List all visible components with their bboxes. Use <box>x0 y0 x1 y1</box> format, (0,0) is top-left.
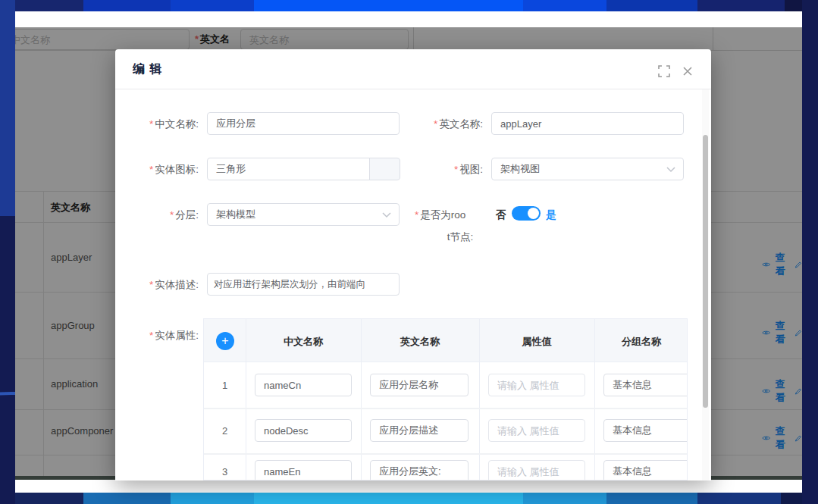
attr-header-cn-name: 中文名称 <box>246 335 361 349</box>
attr-en-name-input[interactable] <box>370 460 469 481</box>
bottom-band-segment <box>171 493 254 504</box>
toggle-on-label: 是 <box>546 208 556 222</box>
is-root-label-line2: t节点: <box>434 230 487 244</box>
close-icon[interactable] <box>682 65 694 77</box>
attr-cn-name-input[interactable] <box>255 374 352 396</box>
bottom-band-segment <box>606 493 697 504</box>
is-root-toggle[interactable] <box>512 206 541 221</box>
entity-desc-input[interactable] <box>207 273 400 296</box>
entity-icon-label: *实体图标: <box>115 163 199 177</box>
modal-scrollbar-track <box>702 89 709 481</box>
top-band-segment <box>606 0 697 11</box>
layer-label: *分层: <box>115 208 199 222</box>
view-label: *视图: <box>400 163 483 177</box>
attr-col-line <box>479 319 480 481</box>
left-band <box>0 0 15 504</box>
attr-col-line <box>594 319 595 481</box>
bottom-band-segment <box>254 493 523 504</box>
bottom-band-segment <box>83 493 171 504</box>
add-attr-button[interactable]: + <box>216 332 234 350</box>
attr-header-value: 属性值 <box>479 335 594 349</box>
attr-col-line <box>246 319 246 481</box>
top-band-segment <box>697 0 785 11</box>
cn-name-label: *中文名称: <box>115 117 199 131</box>
attr-group-input[interactable] <box>603 460 688 481</box>
fullscreen-icon[interactable] <box>658 65 670 77</box>
top-band-segment <box>83 0 171 11</box>
attr-value-input[interactable] <box>488 419 585 442</box>
cn-name-input[interactable] <box>207 112 400 135</box>
entity-icon-picker[interactable] <box>369 158 400 180</box>
attr-row-separator <box>204 408 688 409</box>
desktop-frame: *英文名 英文名称 appLayer appGroup application … <box>0 0 818 504</box>
bottom-band-segment <box>697 493 781 504</box>
attr-value-input[interactable] <box>488 374 585 396</box>
decor-arc <box>0 392 15 504</box>
attr-row-separator <box>204 453 688 455</box>
is-root-label: *是否为roo <box>415 208 487 222</box>
left-band-top <box>0 0 15 216</box>
chevron-down-icon <box>382 212 391 218</box>
en-name-input[interactable] <box>491 112 684 135</box>
attr-group-input[interactable] <box>603 419 688 442</box>
dialog-title: 编 辑 <box>133 61 162 77</box>
attr-en-name-input[interactable] <box>370 374 469 396</box>
view-select[interactable]: 架构视图 <box>491 158 684 180</box>
toggle-knob <box>528 208 539 219</box>
attr-cn-name-input[interactable] <box>255 460 352 481</box>
top-band-segment <box>523 0 606 11</box>
layer-select-value: 架构模型 <box>216 208 255 220</box>
attr-value-input[interactable] <box>488 460 585 481</box>
attr-en-name-input[interactable] <box>370 419 469 442</box>
toggle-off-label: 否 <box>496 208 506 222</box>
attr-col-line <box>361 319 362 481</box>
attr-header-en-name: 英文名称 <box>361 335 479 349</box>
bottom-band-segment <box>523 493 606 504</box>
layer-select[interactable]: 架构模型 <box>207 203 400 226</box>
modal-scrollbar-thumb[interactable] <box>703 135 708 408</box>
attr-group-input[interactable] <box>603 374 688 396</box>
attr-cn-name-input[interactable] <box>255 419 352 442</box>
entity-desc-label: *实体描述: <box>115 278 199 292</box>
top-band-segment <box>171 0 254 11</box>
en-name-label: *英文名称: <box>400 117 483 131</box>
top-band-segment <box>254 0 523 11</box>
attr-row-index: 2 <box>204 425 246 437</box>
attr-header-group: 分组名称 <box>594 335 688 349</box>
right-band <box>802 0 818 504</box>
entity-icon-input[interactable] <box>207 158 370 180</box>
edit-dialog: 编 辑 *中文名称: *英文名称: *实体图标: *视图: 架构视图 <box>115 49 711 481</box>
entity-attrs-label: *实体属性: <box>115 329 199 343</box>
attr-row-index: 1 <box>204 380 246 391</box>
attr-row-index: 3 <box>204 466 246 477</box>
dialog-header-divider <box>115 89 711 89</box>
view-select-value: 架构视图 <box>500 163 540 174</box>
attr-table: + 中文名称 英文名称 属性值 分组名称 1 2 3 <box>203 318 688 481</box>
chevron-down-icon <box>666 167 675 173</box>
